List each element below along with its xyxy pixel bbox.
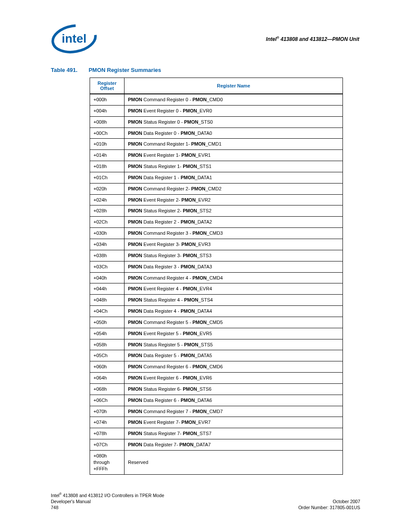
cell-offset: +044h (90, 283, 125, 295)
cell-register-name: PMON Data Register 7- PMON_DATA7 (125, 439, 343, 451)
table-row: +01ChPMON Data Register 1 - PMON_DATA1 (90, 172, 343, 183)
footer-right-1: October 2007 (333, 498, 360, 504)
cell-offset: +070h (90, 406, 125, 417)
cell-offset: +004h (90, 105, 125, 116)
cell-register-name: PMON Event Register 1- PMON_EVR1 (125, 150, 343, 161)
col-offset: Register Offset (90, 78, 125, 94)
cell-offset: +010h (90, 139, 125, 150)
table-row: +058hPMON Status Register 5 - PMON_STS5 (90, 339, 343, 350)
cell-offset: +048h (90, 295, 125, 306)
cell-register-name: PMON Command Register 6 - PMON_CMD6 (125, 361, 343, 373)
cell-register-name: PMON Status Register 2- PMON_STS2 (125, 205, 343, 217)
table-row: +000hPMON Command Register 0 - PMON_CMD0 (90, 94, 343, 105)
cell-offset: +020h (90, 183, 125, 194)
cell-offset: +068h (90, 383, 125, 395)
cell-register-name: PMON Status Register 3- PMON_STS3 (125, 250, 343, 261)
table-row: +038hPMON Status Register 3- PMON_STS3 (90, 250, 343, 261)
footer-left-2: Developer's Manual (51, 498, 90, 504)
table-row: +030hPMON Command Register 3 - PMON_CMD3 (90, 228, 343, 239)
table-row: +064hPMON Event Register 6 - PMON_EVR6 (90, 373, 343, 384)
cell-offset: +054h (90, 328, 125, 339)
table-row: +044hPMON Event Register 4 - PMON_EVR4 (90, 283, 343, 295)
cell-register-name: PMON Command Register 4 - PMON_CMD4 (125, 272, 343, 283)
table-row: +028hPMON Status Register 2- PMON_STS2 (90, 205, 343, 217)
table-row: +05ChPMON Data Register 5 - PMON_DATA5 (90, 350, 343, 361)
cell-register-name: PMON Data Register 5 - PMON_DATA5 (125, 350, 343, 361)
table-row: +080h through +FFFhReserved (90, 451, 343, 475)
cell-offset: +060h (90, 361, 125, 373)
table-row: +010hPMON Command Register 1- PMON_CMD1 (90, 139, 343, 150)
table-header-row: Register Offset Register Name (90, 78, 343, 94)
table-row: +078hPMON Status Register 7- PMON_STS7 (90, 428, 343, 439)
table-row: +018hPMON Status Register 1- PMON_STS1 (90, 161, 343, 172)
cell-register-name: PMON Status Register 1- PMON_STS1 (125, 161, 343, 172)
cell-register-name: PMON Command Register 0 - PMON_CMD0 (125, 94, 343, 105)
cell-register-name: PMON Event Register 7- PMON_EVR7 (125, 417, 343, 428)
table-row: +04ChPMON Data Register 4 - PMON_DATA4 (90, 306, 343, 317)
header-prefix: Intel (266, 36, 277, 42)
cell-offset: +030h (90, 228, 125, 239)
cell-offset: +008h (90, 116, 125, 128)
cell-register-name: PMON Data Register 1 - PMON_DATA1 (125, 172, 343, 183)
cell-register-name: PMON Command Register 7 - PMON_CMD7 (125, 406, 343, 417)
cell-offset: +014h (90, 150, 125, 161)
table-row: +014hPMON Event Register 1- PMON_EVR1 (90, 150, 343, 161)
cell-register-name: PMON Event Register 0 - PMON_EVR0 (125, 105, 343, 116)
cell-offset: +058h (90, 339, 125, 350)
header-rest: 413808 and 413812—PMON Unit (279, 36, 359, 42)
col-name: Register Name (125, 78, 343, 94)
cell-offset: +02Ch (90, 217, 125, 228)
table-row: +02ChPMON Data Register 2 - PMON_DATA2 (90, 217, 343, 228)
table-row: +074hPMON Event Register 7- PMON_EVR7 (90, 417, 343, 428)
cell-offset: +034h (90, 239, 125, 250)
cell-register-name: PMON Event Register 5 - PMON_EVR5 (125, 328, 343, 339)
cell-register-name: PMON Data Register 3 - PMON_DATA3 (125, 261, 343, 272)
cell-offset: +07Ch (90, 439, 125, 451)
table-row: +00ChPMON Data Register 0 - PMON_DATA0 (90, 128, 343, 139)
cell-register-name: PMON Command Register 5 - PMON_CMD5 (125, 317, 343, 328)
page-footer: Intel® 413808 and 413812 I/O Controllers… (51, 492, 360, 510)
cell-offset: +04Ch (90, 306, 125, 317)
register-table: Register Offset Register Name +000hPMON … (90, 78, 343, 475)
cell-register-name: PMON Command Register 1- PMON_CMD1 (125, 139, 343, 150)
table-row: +008hPMON Status Register 0 - PMON_STS0 (90, 116, 343, 128)
cell-register-name: PMON Status Register 0 - PMON_STS0 (125, 116, 343, 128)
table-row: +054hPMON Event Register 5 - PMON_EVR5 (90, 328, 343, 339)
table-row: +034hPMON Event Register 3- PMON_EVR3 (90, 239, 343, 250)
svg-text:intel: intel (62, 32, 87, 45)
cell-offset: +028h (90, 205, 125, 217)
cell-offset: +018h (90, 161, 125, 172)
cell-register-name: PMON Data Register 4 - PMON_DATA4 (125, 306, 343, 317)
cell-register-name: PMON Status Register 7- PMON_STS7 (125, 428, 343, 439)
cell-offset: +080h through +FFFh (90, 451, 125, 475)
table-title: PMON Register Summaries (89, 67, 161, 73)
cell-register-name: PMON Data Register 0 - PMON_DATA0 (125, 128, 343, 139)
cell-offset: +050h (90, 317, 125, 328)
cell-register-name: PMON Status Register 4 - PMON_STS4 (125, 295, 343, 306)
table-number: Table 491. (51, 67, 87, 73)
table-row: +048hPMON Status Register 4 - PMON_STS4 (90, 295, 343, 306)
footer-order-number: Order Number: 317805-001US (298, 504, 360, 510)
table-row: +004hPMON Event Register 0 - PMON_EVR0 (90, 105, 343, 116)
table-row: +060hPMON Command Register 6 - PMON_CMD6 (90, 361, 343, 373)
table-row: +070hPMON Command Register 7 - PMON_CMD7 (90, 406, 343, 417)
cell-offset: +064h (90, 373, 125, 384)
cell-register-name: PMON Event Register 6 - PMON_EVR6 (125, 373, 343, 384)
table-row: +068hPMON Status Register 6- PMON_STS6 (90, 383, 343, 395)
footer-page-number: 748 (51, 504, 59, 510)
cell-offset: +01Ch (90, 172, 125, 183)
table-row: +07ChPMON Data Register 7- PMON_DATA7 (90, 439, 343, 451)
table-caption: Table 491. PMON Register Summaries (51, 67, 360, 73)
table-row: +03ChPMON Data Register 3 - PMON_DATA3 (90, 261, 343, 272)
table-row: +020hPMON Command Register 2- PMON_CMD2 (90, 183, 343, 194)
cell-offset: +074h (90, 417, 125, 428)
cell-offset: +00Ch (90, 128, 125, 139)
cell-offset: +06Ch (90, 395, 125, 406)
cell-register-name: PMON Data Register 2 - PMON_DATA2 (125, 217, 343, 228)
cell-offset: +05Ch (90, 350, 125, 361)
cell-offset: +024h (90, 194, 125, 205)
cell-offset: +03Ch (90, 261, 125, 272)
cell-register-name: Reserved (125, 451, 343, 475)
cell-register-name: PMON Event Register 3- PMON_EVR3 (125, 239, 343, 250)
intel-logo: intel (51, 24, 97, 54)
